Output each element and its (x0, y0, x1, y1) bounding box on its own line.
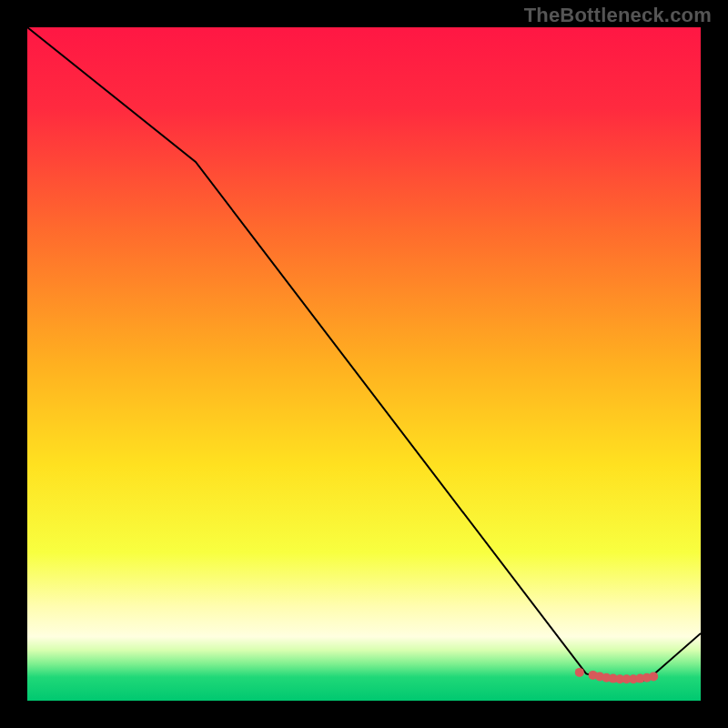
marker-dot (575, 668, 584, 677)
gradient-rect (27, 27, 701, 701)
watermark-label: TheBottleneck.com (524, 4, 712, 27)
plot-area (27, 27, 701, 701)
chart-svg (27, 27, 701, 701)
marker-dot (649, 672, 658, 681)
chart-frame: TheBottleneck.com (0, 0, 728, 728)
